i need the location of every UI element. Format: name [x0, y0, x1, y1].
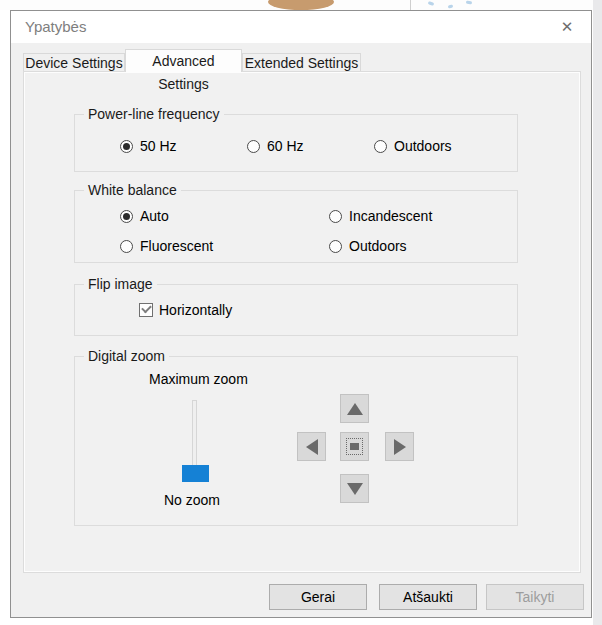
checkbox-label: Horizontally: [159, 302, 232, 318]
pan-right-button[interactable]: [385, 432, 414, 461]
up-arrow-icon: [347, 403, 363, 415]
radio-label: Outdoors: [394, 138, 452, 154]
radio-icon: [120, 210, 133, 223]
close-icon[interactable]: ✕: [547, 11, 587, 43]
group-title: White balance: [84, 182, 181, 198]
window-title: Ypatybės: [25, 11, 86, 43]
pan-up-button[interactable]: [340, 394, 369, 423]
radio-icon: [247, 140, 260, 153]
center-reset-icon: [346, 438, 363, 455]
radio-label: Auto: [140, 208, 169, 224]
group-title: Flip image: [84, 276, 157, 292]
background-speck: [428, 1, 435, 6]
radio-wb-fluorescent[interactable]: Fluorescent: [120, 238, 213, 254]
right-arrow-icon: [394, 439, 406, 455]
tab-extended-settings[interactable]: Extended Settings: [242, 53, 361, 72]
radio-icon: [329, 240, 342, 253]
radio-label: Fluorescent: [140, 238, 213, 254]
pan-center-button[interactable]: [340, 432, 369, 461]
pan-down-button[interactable]: [340, 474, 369, 503]
background-face-blob: [268, 0, 334, 10]
tab-device-settings[interactable]: Device Settings: [23, 53, 125, 72]
radio-icon: [329, 210, 342, 223]
background-speck: [466, 1, 472, 5]
cancel-button[interactable]: Atšaukti: [379, 584, 477, 610]
radio-label: Incandescent: [349, 208, 432, 224]
radio-outdoors-frequency[interactable]: Outdoors: [374, 138, 452, 154]
no-zoom-label: No zoom: [164, 492, 220, 508]
down-arrow-icon: [347, 483, 363, 495]
background-camera-feed: [0, 0, 593, 10]
radio-wb-auto[interactable]: Auto: [120, 208, 169, 224]
radio-icon: [120, 240, 133, 253]
advanced-settings-panel: Power-line frequency 50 Hz 60 Hz Outdoor…: [23, 71, 581, 573]
left-arrow-icon: [306, 439, 318, 455]
maximum-zoom-label: Maximum zoom: [149, 371, 248, 387]
ok-button[interactable]: Gerai: [269, 584, 367, 610]
group-title: Power-line frequency: [84, 106, 224, 122]
tab-advanced-settings[interactable]: Advanced Settings: [125, 49, 242, 72]
background-speck: [448, 4, 454, 8]
radio-wb-incandescent[interactable]: Incandescent: [329, 208, 432, 224]
radio-wb-outdoors[interactable]: Outdoors: [329, 238, 407, 254]
group-title: Digital zoom: [84, 348, 169, 364]
zoom-slider-thumb[interactable]: [182, 465, 209, 482]
checkbox-icon: [139, 303, 153, 317]
properties-dialog: Ypatybės ✕ Device Settings Advanced Sett…: [10, 10, 592, 618]
pan-left-button[interactable]: [297, 432, 326, 461]
checkbox-horizontally[interactable]: Horizontally: [139, 302, 232, 318]
radio-60hz[interactable]: 60 Hz: [247, 138, 304, 154]
radio-label: 60 Hz: [267, 138, 304, 154]
background-window-edge: [410, 0, 411, 10]
title-bar: Ypatybės ✕: [11, 11, 591, 43]
radio-50hz[interactable]: 50 Hz: [120, 138, 177, 154]
group-digital-zoom: Digital zoom: [74, 356, 518, 526]
apply-button: Taikyti: [486, 584, 584, 610]
radio-label: 50 Hz: [140, 138, 177, 154]
radio-label: Outdoors: [349, 238, 407, 254]
radio-icon: [374, 140, 387, 153]
radio-icon: [120, 140, 133, 153]
background-desktop: [593, 0, 602, 625]
